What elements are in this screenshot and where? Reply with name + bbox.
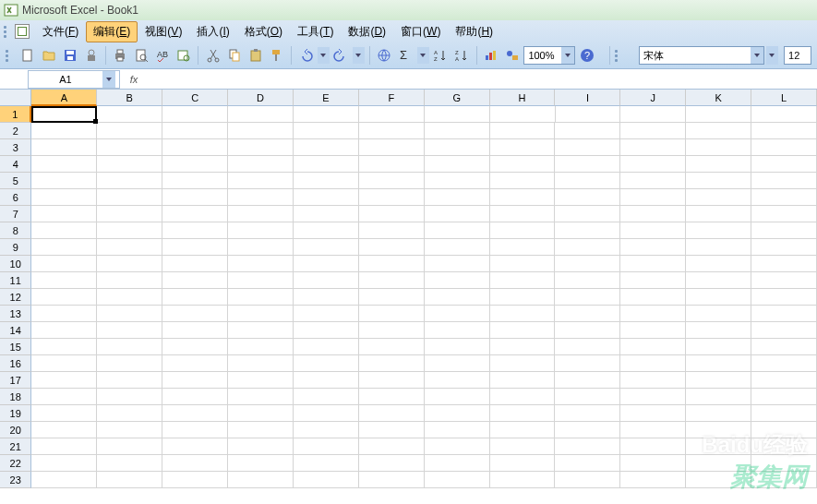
cell-C2[interactable] xyxy=(162,123,228,139)
column-header-J[interactable]: J xyxy=(620,90,686,106)
cell-H21[interactable] xyxy=(490,438,556,455)
cell-E11[interactable] xyxy=(294,272,359,289)
row-header-20[interactable]: 20 xyxy=(0,422,31,438)
row-header-12[interactable]: 12 xyxy=(0,289,31,306)
cell-G4[interactable] xyxy=(425,156,490,173)
cell-G18[interactable] xyxy=(425,389,490,405)
cell-J17[interactable] xyxy=(620,372,686,389)
cell-B10[interactable] xyxy=(97,256,162,272)
drawing-icon[interactable] xyxy=(503,45,523,66)
cell-F12[interactable] xyxy=(359,289,425,306)
menu-t[interactable]: 工具(T) xyxy=(290,21,341,42)
cell-L23[interactable] xyxy=(751,472,817,488)
cell-D13[interactable] xyxy=(228,306,294,322)
row-header-23[interactable]: 23 xyxy=(0,472,31,488)
cell-G19[interactable] xyxy=(425,405,490,422)
cell-C13[interactable] xyxy=(162,306,228,322)
row-header-7[interactable]: 7 xyxy=(0,206,31,222)
cell-B9[interactable] xyxy=(97,239,162,256)
column-header-F[interactable]: F xyxy=(359,90,425,106)
cell-L17[interactable] xyxy=(751,372,817,389)
cell-B13[interactable] xyxy=(97,306,162,322)
cell-K4[interactable] xyxy=(686,156,751,173)
cut-icon[interactable] xyxy=(203,45,222,66)
cell-B22[interactable] xyxy=(97,455,162,472)
cell-J9[interactable] xyxy=(620,239,686,256)
cell-A3[interactable] xyxy=(31,139,97,156)
cell-J11[interactable] xyxy=(620,272,686,289)
cell-K3[interactable] xyxy=(686,139,751,156)
open-icon[interactable] xyxy=(39,45,58,66)
cell-B2[interactable] xyxy=(97,123,162,139)
column-header-L[interactable]: L xyxy=(751,90,817,106)
cell-K20[interactable] xyxy=(686,422,751,438)
cell-F4[interactable] xyxy=(359,156,425,173)
cell-C8[interactable] xyxy=(162,222,228,239)
cell-A1[interactable] xyxy=(31,106,97,123)
cell-G2[interactable] xyxy=(425,123,490,139)
cell-K1[interactable] xyxy=(686,106,751,123)
cell-G7[interactable] xyxy=(425,206,490,222)
row-header-19[interactable]: 19 xyxy=(0,405,31,422)
cell-J16[interactable] xyxy=(620,355,686,372)
cell-D20[interactable] xyxy=(228,422,294,438)
cell-K13[interactable] xyxy=(686,306,751,322)
cell-G15[interactable] xyxy=(425,339,490,355)
cell-G16[interactable] xyxy=(425,355,490,372)
cell-A13[interactable] xyxy=(31,306,97,322)
cell-K22[interactable] xyxy=(686,455,751,472)
cell-I19[interactable] xyxy=(555,405,620,422)
cell-F13[interactable] xyxy=(359,306,425,322)
cell-D19[interactable] xyxy=(228,405,294,422)
cell-I10[interactable] xyxy=(555,256,620,272)
row-header-6[interactable]: 6 xyxy=(0,189,31,206)
cell-B16[interactable] xyxy=(97,355,162,372)
cell-A4[interactable] xyxy=(31,156,97,173)
cell-I20[interactable] xyxy=(555,422,620,438)
cell-I22[interactable] xyxy=(555,455,620,472)
cell-J18[interactable] xyxy=(620,389,686,405)
cell-E10[interactable] xyxy=(294,256,359,272)
cell-H10[interactable] xyxy=(490,256,556,272)
name-box[interactable] xyxy=(28,70,120,89)
cell-E7[interactable] xyxy=(294,206,359,222)
cell-C19[interactable] xyxy=(162,405,228,422)
cell-G12[interactable] xyxy=(425,289,490,306)
undo-dropdown[interactable] xyxy=(318,47,330,64)
cell-H11[interactable] xyxy=(490,272,556,289)
cell-K6[interactable] xyxy=(686,189,751,206)
cell-E12[interactable] xyxy=(294,289,359,306)
cell-E18[interactable] xyxy=(294,389,359,405)
cell-K19[interactable] xyxy=(686,405,751,422)
cell-A21[interactable] xyxy=(31,438,97,455)
cell-F23[interactable] xyxy=(359,472,425,488)
cell-K11[interactable] xyxy=(686,272,751,289)
menu-i[interactable]: 插入(I) xyxy=(189,21,236,42)
cell-J8[interactable] xyxy=(620,222,686,239)
cell-K23[interactable] xyxy=(686,472,751,488)
cell-L5[interactable] xyxy=(751,173,817,189)
cell-D10[interactable] xyxy=(228,256,294,272)
cell-A2[interactable] xyxy=(31,123,97,139)
cell-C18[interactable] xyxy=(162,389,228,405)
new-icon[interactable] xyxy=(18,45,38,66)
column-header-G[interactable]: G xyxy=(425,90,490,106)
cell-L2[interactable] xyxy=(751,123,817,139)
cell-H14[interactable] xyxy=(490,322,556,339)
cell-I21[interactable] xyxy=(555,438,620,455)
row-header-1[interactable]: 1 xyxy=(0,106,31,123)
cell-L21[interactable] xyxy=(751,438,817,455)
column-header-E[interactable]: E xyxy=(294,90,359,106)
cell-G17[interactable] xyxy=(425,372,490,389)
cell-J6[interactable] xyxy=(620,189,686,206)
cell-C11[interactable] xyxy=(162,272,228,289)
cell-H23[interactable] xyxy=(490,472,556,488)
cell-G11[interactable] xyxy=(425,272,490,289)
cell-I16[interactable] xyxy=(555,355,620,372)
cell-D18[interactable] xyxy=(228,389,294,405)
cell-I17[interactable] xyxy=(555,372,620,389)
format-toolbar-grip[interactable] xyxy=(615,50,622,62)
cell-E1[interactable] xyxy=(294,106,359,123)
cell-K5[interactable] xyxy=(686,173,751,189)
cell-F10[interactable] xyxy=(359,256,425,272)
